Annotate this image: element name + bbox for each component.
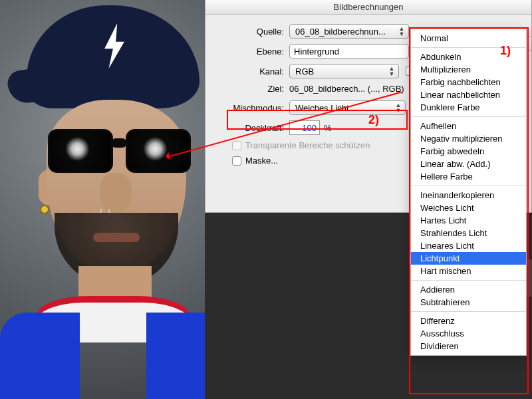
blend-mode-option[interactable]: Linear nachbelichten bbox=[411, 88, 526, 101]
channel-label: Kanal: bbox=[216, 66, 289, 76]
source-value: 06_08_bildberechnun... bbox=[295, 27, 386, 37]
chevron-updown-icon: ▲▼ bbox=[398, 26, 406, 37]
menu-separator bbox=[411, 186, 526, 186]
dialog-title: Bildberechnungen bbox=[205, 0, 531, 15]
blend-mode-option[interactable]: Differenz bbox=[411, 315, 526, 327]
blend-mode-option[interactable]: Weiches Licht bbox=[411, 201, 526, 214]
menu-separator bbox=[411, 116, 526, 117]
sunglasses bbox=[48, 126, 191, 178]
layer-value: Hintergrund bbox=[294, 47, 339, 57]
blend-mode-option[interactable]: Hart mischen bbox=[411, 265, 526, 277]
protect-transparent-checkbox bbox=[232, 141, 241, 150]
menu-separator bbox=[411, 311, 526, 312]
blend-mode-option[interactable]: Farbig nachbelichten bbox=[411, 76, 526, 88]
bolt-icon bbox=[100, 23, 129, 68]
blend-mode-option[interactable]: Multiplizieren bbox=[411, 63, 526, 76]
blend-mode-option[interactable]: Subtrahieren bbox=[411, 296, 526, 309]
chevron-updown-icon: ▲▼ bbox=[388, 66, 396, 76]
blend-mode-menu[interactable]: NormalAbdunkelnMultiplizierenFarbig nach… bbox=[410, 29, 527, 356]
blend-label: Mischmodus: bbox=[216, 103, 289, 113]
opacity-label: Deckkraft: bbox=[216, 123, 289, 133]
blend-mode-option[interactable]: Normal bbox=[411, 32, 526, 45]
chevron-updown-icon: ▲▼ bbox=[394, 102, 402, 113]
layer-select[interactable]: Hintergrund bbox=[289, 44, 409, 59]
jacket bbox=[0, 293, 226, 399]
blend-mode-option[interactable]: Hellere Farbe bbox=[411, 170, 526, 183]
layer-label: Ebene: bbox=[216, 47, 289, 57]
channel-value: RGB bbox=[295, 66, 314, 76]
target-label: Ziel: bbox=[216, 84, 289, 94]
blend-mode-option[interactable]: Dividieren bbox=[411, 340, 526, 352]
opacity-unit: % bbox=[324, 123, 332, 133]
blend-mode-option[interactable]: Addieren bbox=[411, 283, 526, 296]
mouth bbox=[93, 233, 140, 242]
svg-marker-0 bbox=[104, 23, 124, 68]
opacity-value: 100 bbox=[302, 123, 317, 133]
blend-mode-option[interactable]: Farbig abwedeln bbox=[411, 145, 526, 158]
blend-mode-option[interactable]: Lichtpunkt bbox=[411, 252, 526, 265]
blend-mode-option[interactable]: Hartes Licht bbox=[411, 214, 526, 227]
target-value: 06_08_bildberech... (..., RGB) bbox=[289, 84, 404, 94]
mask-checkbox[interactable] bbox=[232, 156, 241, 166]
source-select[interactable]: 06_08_bildberechnun... ▲▼ bbox=[289, 24, 409, 39]
blend-mode-option[interactable]: Negativ multiplizieren bbox=[411, 132, 526, 145]
menu-separator bbox=[411, 280, 526, 281]
channel-select[interactable]: RGB ▲▼ bbox=[289, 64, 399, 78]
blend-mode-option[interactable]: Aufhellen bbox=[411, 120, 526, 132]
annotation-two: 2) bbox=[368, 113, 379, 127]
annotation-one: 1) bbox=[500, 44, 511, 58]
mask-label: Maske... bbox=[245, 156, 278, 166]
blend-mode-option[interactable]: Ineinanderkopieren bbox=[411, 189, 526, 201]
blend-mode-option[interactable]: Linear abw. (Add.) bbox=[411, 158, 526, 170]
blend-mode-option[interactable]: Dunklere Farbe bbox=[411, 101, 526, 114]
blend-mode-option[interactable]: Ausschluss bbox=[411, 327, 526, 340]
background-photo bbox=[0, 0, 205, 399]
protect-transparent-label: Transparente Bereiche schützen bbox=[245, 140, 370, 150]
blend-mode-option[interactable]: Strahlendes Licht bbox=[411, 227, 526, 239]
earring bbox=[40, 205, 49, 214]
blend-mode-option[interactable]: Lineares Licht bbox=[411, 239, 526, 252]
source-label: Quelle: bbox=[216, 27, 289, 37]
